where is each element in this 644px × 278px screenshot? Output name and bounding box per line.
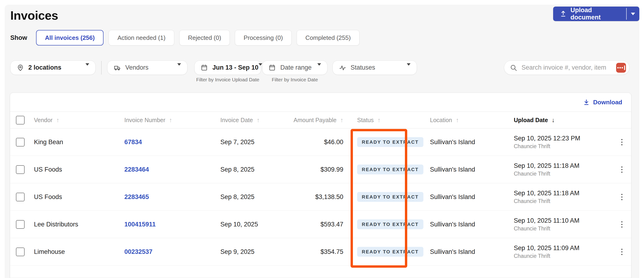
invoice-date-cell: Sep 7, 2025 [214, 139, 291, 146]
sort-asc-icon: ↑ [257, 117, 260, 124]
sort-asc-icon: ↑ [456, 117, 459, 124]
upload-date-filter-value: Jun 13 - Sep 10 [212, 64, 258, 71]
upload-document-button[interactable]: Upload document [553, 7, 639, 21]
row-menu-button[interactable] [619, 219, 625, 230]
uploaded-by: Chauncie Thrift [514, 143, 550, 149]
amount-payable-cell: $46.00 [291, 139, 347, 146]
invoice-date-filter-dropdown[interactable]: Date range [262, 61, 328, 75]
uploaded-by: Chauncie Thrift [514, 225, 550, 232]
vendor-cell: Lee Distributors [26, 221, 118, 228]
tab-rejected-label: Rejected (0) [188, 34, 221, 42]
table-toolbar: Download [10, 93, 631, 112]
search-icon [510, 64, 517, 72]
location-cell: Sullivan's Island [413, 248, 500, 255]
status-filter-dropdown[interactable]: Statuses [332, 61, 417, 75]
invoice-number-link[interactable]: 2283465 [124, 193, 149, 201]
invoice-number-link[interactable]: 2283464 [124, 166, 149, 173]
sort-desc-icon: ↓ [552, 117, 555, 124]
select-all-checkbox[interactable] [16, 116, 24, 124]
upload-dropdown-toggle[interactable] [627, 7, 639, 21]
row-checkbox[interactable] [16, 247, 24, 256]
amount-payable-cell: $3,138.50 [291, 193, 347, 201]
truck-icon [114, 64, 121, 72]
search-input[interactable] [522, 64, 616, 71]
sort-asc-icon: ↑ [56, 117, 59, 124]
table-row: Limehouse 00232537 Sep 9, 2025 $354.75 R… [10, 238, 631, 265]
tab-all-invoices-label: All invoices (256) [45, 34, 94, 42]
location-cell: Sullivan's Island [413, 139, 500, 146]
uploaded-by: Chauncie Thrift [514, 198, 550, 204]
tab-processing-label: Processing (0) [244, 34, 283, 42]
upload-datetime: Sep 10, 2025 12:23 PM [514, 135, 580, 142]
upload-document-main[interactable]: Upload document [553, 7, 626, 21]
invoice-date-cell: Sep 10, 2025 [214, 221, 291, 228]
uploaded-by: Chauncie Thrift [514, 253, 550, 259]
column-header-amount-payable[interactable]: Amount Payable↑ [291, 117, 347, 124]
chevron-down-icon [258, 66, 262, 70]
row-checkbox[interactable] [16, 138, 24, 146]
row-checkbox[interactable] [16, 220, 24, 229]
upload-datetime: Sep 10, 2025 11:18 AM [514, 162, 579, 169]
tab-all-invoices[interactable]: All invoices (256) [36, 30, 104, 46]
location-pin-icon [17, 64, 24, 72]
tab-completed[interactable]: Completed (255) [297, 30, 360, 46]
tab-action-needed-label: Action needed (1) [117, 34, 165, 42]
location-filter-dropdown[interactable]: 2 locations [10, 61, 96, 75]
invoice-date-cell: Sep 8, 2025 [214, 166, 291, 173]
location-cell: Sullivan's Island [413, 166, 500, 173]
location-cell: Sullivan's Island [413, 193, 500, 201]
vendor-cell: US Foods [26, 193, 118, 201]
vendor-cell: US Foods [26, 166, 118, 173]
invoice-number-link[interactable]: 00232537 [124, 248, 152, 255]
column-header-upload-date[interactable]: Upload Date↓ [500, 117, 619, 124]
row-checkbox[interactable] [16, 165, 24, 174]
vendor-filter-label: Vendors [125, 64, 148, 71]
invoice-number-link[interactable]: 100415911 [124, 221, 156, 228]
upload-date-filter-dropdown[interactable]: Jun 13 - Sep 10 [194, 61, 261, 75]
row-menu-button[interactable] [619, 137, 625, 148]
row-menu-button[interactable] [619, 164, 625, 175]
tab-rejected[interactable]: Rejected (0) [180, 30, 230, 46]
upload-document-label: Upload document [570, 7, 619, 21]
search-box [504, 61, 630, 75]
download-label: Download [593, 99, 622, 106]
activity-pulse-icon [339, 64, 346, 72]
location-filter-value: 2 locations [28, 64, 61, 71]
column-header-location[interactable]: Location↑ [413, 117, 500, 124]
table-row: US Foods 2283465 Sep 8, 2025 $3,138.50 R… [10, 183, 631, 211]
password-manager-extension-icon[interactable] [616, 63, 626, 73]
status-tabs: Show All invoices (256) Action needed (1… [10, 30, 364, 46]
download-button[interactable]: Download [583, 99, 622, 106]
upload-datetime: Sep 10, 2025 11:10 AM [514, 217, 579, 224]
tab-action-needed[interactable]: Action needed (1) [109, 30, 174, 46]
sort-asc-icon: ↑ [169, 117, 172, 124]
amount-payable-cell: $593.47 [291, 221, 347, 228]
status-filter-label: Statuses [350, 64, 375, 71]
chevron-down-icon [317, 66, 321, 70]
row-menu-button[interactable] [619, 191, 625, 202]
invoice-date-cell: Sep 9, 2025 [214, 248, 291, 255]
column-header-invoice-date[interactable]: Invoice Date↑ [214, 117, 291, 124]
column-header-invoice-number[interactable]: Invoice Number↑ [118, 117, 214, 124]
column-header-status[interactable]: Status↑ [347, 117, 413, 124]
show-label: Show [10, 34, 27, 42]
tab-completed-label: Completed (255) [305, 34, 351, 42]
invoice-number-link[interactable]: 67834 [124, 139, 142, 146]
uploaded-by: Chauncie Thrift [514, 171, 550, 177]
row-checkbox[interactable] [16, 193, 24, 201]
upload-date-filter-helper: Filter by Invoice Upload Date [194, 77, 261, 83]
amount-payable-cell: $354.75 [291, 248, 347, 255]
calendar-icon [268, 64, 276, 72]
table-header-row: Vendor↑ Invoice Number↑ Invoice Date↑ Am… [10, 112, 631, 128]
tab-processing[interactable]: Processing (0) [235, 30, 292, 46]
amount-payable-cell: $309.99 [291, 166, 347, 173]
vendor-filter-dropdown[interactable]: Vendors [107, 61, 187, 75]
row-menu-button[interactable] [619, 246, 625, 257]
column-header-vendor[interactable]: Vendor↑ [26, 117, 118, 124]
invoice-date-filter-helper: Filter by Invoice Date [262, 77, 328, 83]
table-row: Lee Distributors 100415911 Sep 10, 2025 … [10, 211, 631, 238]
download-icon [583, 99, 590, 106]
app-panel: Invoices Upload document Show All invoic… [5, 5, 639, 278]
page-title: Invoices [10, 9, 58, 23]
calendar-icon [201, 64, 208, 72]
